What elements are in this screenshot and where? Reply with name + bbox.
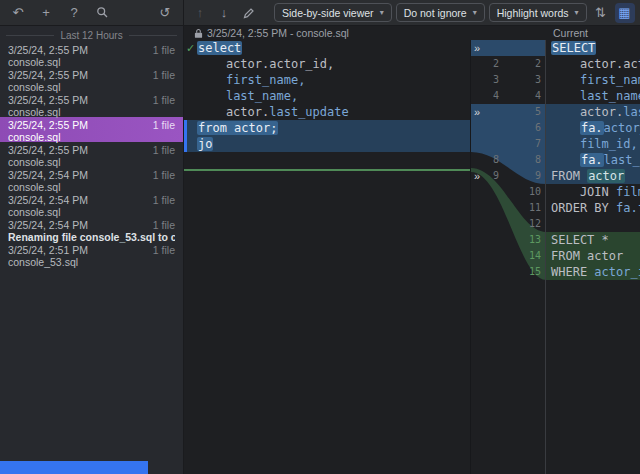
history-sidebar: Last 12 Hours 3/25/24, 2:55 PM1 filecons… [0,26,184,474]
refresh-icon[interactable]: ↺ [155,3,175,23]
entry-header-row: 3/25/24, 2:54 PM1 file [8,169,175,181]
diff-word-highlight: SELECT [551,41,596,55]
diff-viewer: 3/25/24, 2:55 PM - console.sql Current s… [184,26,640,474]
entry-header-row: 3/25/24, 2:55 PM1 file [8,144,175,156]
entry-header-row: 3/25/24, 2:51 PM1 file [8,244,175,256]
diff-word-highlight: select [197,41,242,55]
top-toolbar: ↶ + ? ↺ ↑ ↓ Side-by-side viewer Do not i… [0,0,640,26]
revert-icon[interactable]: ↶ [8,3,28,23]
help-icon[interactable]: ? [64,3,84,23]
code-segment [551,89,580,103]
history-entry[interactable]: 3/25/24, 2:54 PM1 fileRenaming file cons… [0,217,183,242]
code-segment: film_actor fa [616,185,640,199]
group-header-label: Last 12 Hours [60,30,122,41]
entry-header-row: 3/25/24, 2:55 PM1 file [8,94,175,106]
code-line: WHERE actor_id [546,264,640,280]
code-segment: actor. [197,105,269,119]
entry-date: 3/25/24, 2:55 PM [8,69,88,81]
highlight-policy-label: Highlight words [497,7,569,19]
code-segment: film_id, [580,137,638,151]
search-icon[interactable] [92,3,112,23]
entry-date: 3/25/24, 2:55 PM [8,44,88,56]
history-list: 3/25/24, 2:55 PM1 fileconsole.sql3/25/24… [0,42,183,267]
entry-header-row: 3/25/24, 2:55 PM1 file [8,119,175,131]
diff-word-highlight: from actor; [197,121,278,135]
right-line-number: 11 [513,200,541,216]
code-segment: JOIN [551,185,616,199]
right-line-number: 10 [513,184,541,200]
code-segment: FROM actor [551,249,623,263]
revision-title-label: 3/25/24, 2:55 PM - console.sql [207,27,349,39]
code-line: ORDER BY fa.film_id [546,200,640,216]
edit-source-icon[interactable] [238,3,258,23]
history-entry[interactable]: 3/25/24, 2:55 PM1 fileconsole.sql [0,92,183,117]
diff-word-highlight: jo [197,137,213,151]
right-line-number: 13 [513,232,541,248]
code-line: SELECT * [546,232,640,248]
previous-difference-icon[interactable]: ↑ [190,3,210,23]
current-editor-pane[interactable]: SELECT actor.actor_id, first_name, last_… [545,40,640,474]
sync-scroll-icon[interactable]: ▦ [615,3,635,23]
left-line-number: 4 [481,88,499,104]
entry-file-count: 1 file [153,94,175,106]
right-line-number: 14 [513,248,541,264]
code-line [546,216,640,232]
ignore-policy-label: Do not ignore [404,7,467,19]
code-segment: last_update [269,105,348,119]
highlight-policy-dropdown[interactable]: Highlight words [489,3,587,22]
next-difference-icon[interactable]: ↓ [214,3,234,23]
diff-word-highlight: fa. [580,153,604,167]
change-marker-bar [184,120,187,152]
collapse-unchanged-icon[interactable]: ⇅ [591,3,611,23]
ignore-policy-dropdown[interactable]: Do not ignore [396,3,485,22]
entry-header-row: 3/25/24, 2:55 PM1 file [8,44,175,56]
code-segment: last_update [604,153,640,167]
code-line: from actor; [184,120,470,136]
apply-change-chevron-icon[interactable]: » [474,40,486,56]
current-title: Current [553,26,588,40]
code-line: actor.actor_id, [546,56,640,72]
code-line: FROM actor [546,168,640,184]
left-code-lines: select actor.actor_id, first_name, last_… [184,40,470,152]
create-patch-icon[interactable]: + [36,3,56,23]
code-segment [551,121,580,135]
code-line: last_name, [184,88,470,104]
right-line-number: 9 [513,168,541,184]
apply-change-chevron-icon[interactable]: » [474,168,486,184]
history-entry[interactable]: 3/25/24, 2:55 PM1 fileconsole.sql [0,142,183,167]
sidebar-toolbar: ↶ + ? ↺ [0,0,184,25]
right-line-number: 8 [513,152,541,168]
viewer-mode-dropdown[interactable]: Side-by-side viewer [274,3,392,22]
right-line-number: 3 [513,72,541,88]
code-segment: first_name, [226,73,305,87]
history-entry[interactable]: 3/25/24, 2:54 PM1 fileconsole.sql [0,167,183,192]
revision-editor-pane[interactable]: select actor.actor_id, first_name, last_… [184,40,470,474]
code-line: FROM actor [546,248,640,264]
entry-file-count: 1 file [153,244,175,256]
entry-filename: Renaming file console_53.sql to con… [8,231,175,243]
code-segment [551,137,580,151]
code-segment: WHERE [551,265,594,279]
history-entry[interactable]: 3/25/24, 2:54 PM1 fileconsole.sql [0,192,183,217]
entry-header-row: 3/25/24, 2:54 PM1 file [8,219,175,231]
entry-date: 3/25/24, 2:55 PM [8,119,88,131]
history-entry[interactable]: 3/25/24, 2:55 PM1 fileconsole.sql [0,117,183,142]
entry-date: 3/25/24, 2:55 PM [8,144,88,156]
code-segment: actor. [551,105,623,119]
revision-title: 3/25/24, 2:55 PM - console.sql [194,26,349,40]
code-line: first_name, [546,72,640,88]
apply-change-chevron-icon[interactable]: » [474,104,486,120]
history-entry[interactable]: 3/25/24, 2:51 PM1 fileconsole_53.sql [0,242,183,267]
code-segment: first_name, [580,73,640,87]
entry-header-row: 3/25/24, 2:55 PM1 file [8,69,175,81]
history-entry[interactable]: 3/25/24, 2:55 PM1 fileconsole.sql [0,42,183,67]
code-line: actor.last_update, [546,104,640,120]
notification-bar-fragment[interactable] [0,461,148,474]
right-code-lines: SELECT actor.actor_id, first_name, last_… [546,40,640,280]
history-entry[interactable]: 3/25/24, 2:55 PM1 fileconsole.sql [0,67,183,92]
entry-date: 3/25/24, 2:54 PM [8,219,88,231]
current-title-label: Current [553,27,588,39]
right-line-number: 2 [513,56,541,72]
code-line: select [184,40,470,56]
entry-file-count: 1 file [153,119,175,131]
